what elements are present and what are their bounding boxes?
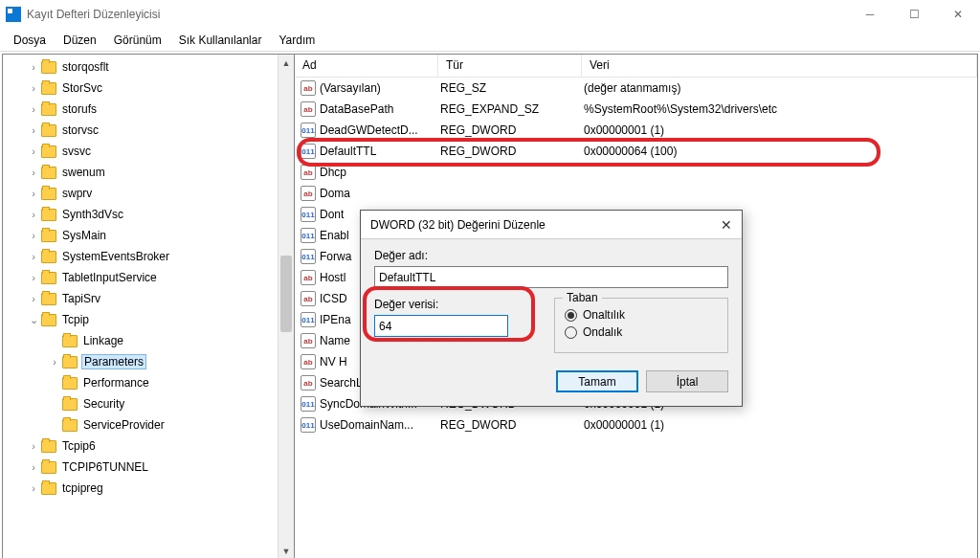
expand-icon[interactable]: › [28,188,39,199]
radio-hex[interactable]: Onaltılık [565,308,718,322]
expand-icon[interactable]: › [28,230,39,241]
menu-edit[interactable]: Düzen [56,32,104,49]
expand-icon[interactable]: › [28,461,39,473]
dialog-title: DWORD (32 bit) Değerini Düzenle [370,218,546,232]
tree-item-label: StorSvc [60,81,104,95]
tree-item[interactable]: ›swenum [3,162,294,183]
value-icon: ab [301,333,316,348]
tree-item-label: Security [81,397,126,411]
cancel-button[interactable]: İptal [646,370,728,392]
scroll-thumb[interactable] [280,256,292,332]
value-name: Enabl [320,229,349,242]
expand-icon[interactable]: › [28,103,39,115]
expand-icon[interactable]: › [28,272,39,283]
expand-icon[interactable]: › [28,167,39,178]
list-row[interactable]: 011DeadGWDetectD...REG_DWORD0x00000001 (… [295,120,977,141]
dialog-close-icon[interactable]: ✕ [721,217,732,233]
expand-icon[interactable]: › [28,145,39,157]
list-row[interactable]: 011DefaultTTLREG_DWORD0x00000064 (100) [295,141,977,162]
tree-item[interactable]: ›TabletInputService [3,267,294,288]
scroll-up-icon[interactable]: ▲ [278,55,294,71]
menu-file[interactable]: Dosya [6,32,54,49]
value-icon: 011 [301,396,316,412]
value-data-label: Değer verisi: [374,298,537,311]
tree-item[interactable]: ›storvsc [3,120,294,141]
folder-icon [62,356,78,368]
expand-icon[interactable]: › [28,61,39,73]
radio-dec[interactable]: Ondalık [565,325,718,339]
value-type: REG_SZ [438,81,582,95]
expand-icon[interactable]: › [49,356,60,368]
value-type: REG_EXPAND_SZ [438,102,582,116]
tree-item[interactable]: ›StorSvc [3,78,294,99]
expand-icon[interactable]: › [28,251,39,262]
value-name: NV H [320,355,347,368]
window-buttons: ─ ☐ ✕ [848,0,980,29]
expand-icon[interactable]: › [28,440,39,452]
folder-icon [41,103,56,116]
value-data: 0x00000001 (1) [582,123,977,137]
col-type[interactable]: Tür [438,55,582,77]
tree-item[interactable]: ›TapiSrv [3,288,294,309]
tree-item[interactable]: ›tcpipreg [3,478,294,499]
expand-icon[interactable]: › [28,209,39,220]
minimize-button[interactable]: ─ [848,0,892,29]
folder-icon [41,293,56,305]
list-row[interactable]: abDhcp [295,162,977,183]
menubar: Dosya Düzen Görünüm Sık Kullanılanlar Ya… [0,29,980,52]
menu-help[interactable]: Yardım [271,32,323,49]
close-button[interactable]: ✕ [936,0,980,29]
tree-item[interactable]: Linkage [3,330,294,351]
value-name-field[interactable] [374,266,728,288]
tree-scrollbar[interactable]: ▲ ▼ [278,55,294,558]
tree-item[interactable]: ›SystemEventsBroker [3,246,294,267]
window-title: Kayıt Defteri Düzenleyicisi [27,8,160,21]
scroll-down-icon[interactable]: ▼ [278,543,294,558]
value-icon: 011 [301,144,316,159]
tree-item[interactable]: ›Parameters [3,351,294,372]
menu-view[interactable]: Görünüm [106,32,169,49]
value-icon: ab [301,186,316,201]
tree-item[interactable]: ⌄Tcpip [3,309,294,330]
folder-icon [41,230,56,242]
tree-item[interactable]: Performance [3,372,294,393]
expand-icon[interactable]: ⌄ [28,314,39,326]
list-row[interactable]: ab(Varsayılan)REG_SZ(değer atanmamış) [295,78,977,99]
value-icon: ab [301,375,316,391]
ok-button[interactable]: Tamam [556,370,638,392]
tree-item[interactable]: ›storqosflt [3,56,294,78]
folder-icon [41,82,56,95]
menu-fav[interactable]: Sık Kullanılanlar [171,32,270,49]
expand-icon[interactable]: › [28,82,39,94]
maximize-button[interactable]: ☐ [892,0,936,29]
col-data[interactable]: Veri [582,55,977,77]
tree-item-label: SysMain [60,229,108,242]
tree-item[interactable]: ServiceProvider [3,414,294,435]
folder-icon [62,419,78,432]
tree-item[interactable]: ›storufs [3,99,294,120]
tree-item[interactable]: ›Synth3dVsc [3,204,294,225]
tree-item[interactable]: ›SysMain [3,225,294,246]
regedit-icon [6,7,21,22]
expand-icon[interactable]: › [28,124,39,136]
value-icon: ab [301,165,316,180]
value-data-field[interactable] [374,315,508,337]
col-name[interactable]: Ad [295,55,438,77]
list-row[interactable]: abDataBasePathREG_EXPAND_SZ%SystemRoot%\… [295,99,977,120]
tree-item[interactable]: ›Tcpip6 [3,435,294,457]
tree-item[interactable]: ›TCPIP6TUNNEL [3,457,294,478]
expand-icon[interactable]: › [28,293,39,304]
list-row[interactable]: 011UseDomainNam...REG_DWORD0x00000001 (1… [295,414,977,435]
radio-hex-icon [565,309,577,322]
tree-item[interactable]: ›svsvc [3,141,294,162]
value-icon: 011 [301,249,316,264]
folder-icon [41,167,56,179]
radio-dec-label: Ondalık [583,325,622,339]
list-row[interactable]: abDoma [295,183,977,204]
expand-icon[interactable]: › [28,482,39,494]
tree-item[interactable]: Security [3,393,294,414]
value-icon: ab [301,291,316,306]
value-name: Name [320,334,350,347]
radio-dec-icon [565,326,577,339]
tree-item[interactable]: ›swprv [3,183,294,204]
